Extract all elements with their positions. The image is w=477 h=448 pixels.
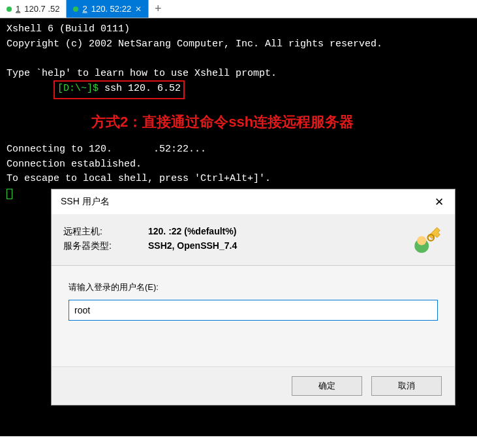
svg-point-1 [417, 236, 426, 246]
ok-button[interactable]: 确定 [292, 376, 362, 396]
close-icon[interactable]: ✕ [430, 193, 448, 211]
tab-strip: 1 120.7 .52 2 120. 52:22 ✕ + [0, 0, 477, 18]
tab-number: 1 [16, 4, 20, 14]
command-highlight-box: [D:\~]$ ssh 120. 6.52 [54, 80, 185, 99]
tab-label: 120.7 .52 [24, 4, 59, 14]
ssh-username-dialog: SSH 用户名 ✕ 远程主机: 120. :22 (%default%) 服务器… [51, 189, 455, 406]
username-input[interactable] [69, 300, 438, 321]
established-line: Connection established. [7, 157, 271, 172]
status-dot-icon [7, 7, 12, 12]
dialog-title: SSH 用户名 [61, 196, 110, 208]
close-tab-icon[interactable]: ✕ [135, 5, 142, 14]
cursor-icon [7, 189, 12, 199]
tab-1[interactable]: 1 120.7 .52 [0, 0, 67, 18]
remote-host-value: 120. :22 (%default%) [148, 226, 236, 238]
username-input-label: 请输入登录的用户名(E): [69, 281, 438, 293]
cancel-button[interactable]: 取消 [371, 376, 442, 396]
status-dot-icon [73, 7, 78, 12]
banner-line: Xshell 6 (Build 0111) [7, 22, 470, 37]
server-type-label: 服务器类型: [63, 240, 148, 252]
remote-host-label: 远程主机: [63, 226, 148, 238]
ssh-command: ssh 120. 6.52 [104, 83, 181, 94]
prompt: [D:\~]$ [57, 83, 104, 94]
tab-label: 120. 52:22 [91, 4, 131, 14]
annotation-text: 方式2：直接通过命令ssh连接远程服务器 [91, 111, 354, 133]
server-type-value: SSH2, OpenSSH_7.4 [148, 240, 237, 252]
escape-line: To escape to local shell, press 'Ctrl+Al… [7, 172, 271, 187]
tab-2[interactable]: 2 120. 52:22 ✕ [67, 0, 149, 18]
user-key-icon [410, 223, 443, 256]
connecting-line: Connecting to 120. .52:22... [7, 142, 271, 157]
copyright-line: Copyright (c) 2002 NetSarang Computer, I… [7, 37, 470, 52]
help-line: Type `help' to learn how to use Xshell p… [7, 67, 470, 82]
new-tab-button[interactable]: + [149, 0, 167, 18]
tab-number: 2 [82, 4, 87, 14]
dialog-titlebar: SSH 用户名 ✕ [52, 189, 455, 214]
